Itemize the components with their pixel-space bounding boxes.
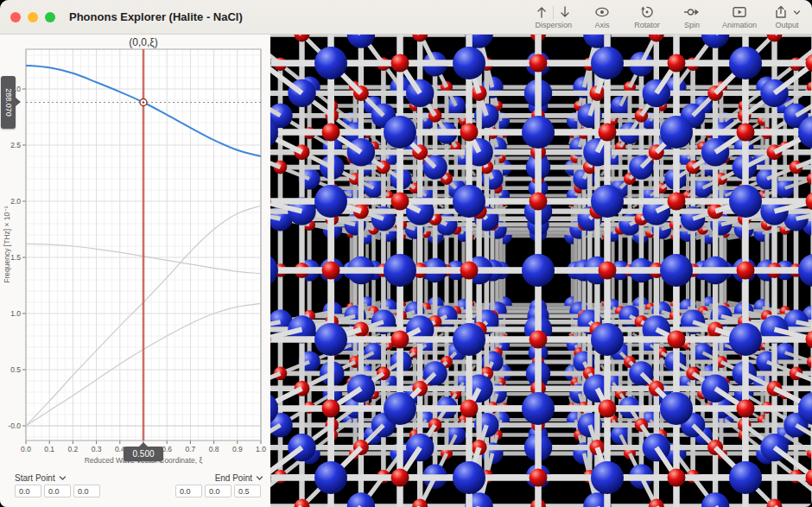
- y-axis-label: Frequency [THz] × 10⁻²: [3, 181, 13, 307]
- start-x-field[interactable]: [15, 485, 41, 497]
- wavevector-cursor-tooltip: 0.500: [124, 447, 163, 461]
- svg-text:0.3: 0.3: [92, 445, 102, 453]
- end-x-field[interactable]: [175, 485, 202, 497]
- toolbar-rotator-button[interactable]: Rotator: [632, 4, 662, 29]
- start-y-field[interactable]: [44, 485, 71, 497]
- toolbar-dispersion-button[interactable]: Dispersion: [535, 4, 572, 29]
- toolbar-rotator-label: Rotator: [634, 21, 660, 29]
- spin-axis-icon: [683, 5, 701, 19]
- traffic-lights: [10, 12, 55, 22]
- toolbar-animation-label: Animation: [722, 21, 757, 29]
- svg-text:0.7: 0.7: [185, 445, 195, 453]
- minimize-button[interactable]: [28, 12, 38, 22]
- share-icon: [774, 5, 788, 19]
- toolbar-output-label: Output: [775, 21, 798, 29]
- toolbar-dispersion-label: Dispersion: [535, 21, 572, 29]
- svg-text:-0.0: -0.0: [8, 421, 21, 430]
- end-z-field[interactable]: [234, 485, 261, 497]
- eye-icon: [593, 5, 611, 19]
- end-point-dropdown[interactable]: End Point: [215, 473, 263, 483]
- svg-text:1.0: 1.0: [256, 445, 266, 453]
- structure-viewport[interactable]: [270, 35, 812, 507]
- close-button[interactable]: [10, 12, 21, 22]
- dispersion-panel: 0.00.10.20.30.40.50.60.70.80.91.0-0.00.5…: [0, 35, 270, 507]
- toolbar-output-button[interactable]: Output: [772, 4, 802, 29]
- tooltip-pointer: [139, 442, 148, 447]
- chevron-down-icon: [793, 9, 801, 16]
- svg-text:0.9: 0.9: [232, 445, 243, 453]
- start-point-inputs: [15, 485, 100, 497]
- end-point-inputs: [175, 485, 261, 497]
- svg-text:0.0: 0.0: [21, 445, 31, 453]
- chevron-down-icon: [59, 474, 67, 482]
- toolbar-axis-button[interactable]: Axis: [587, 4, 617, 29]
- window-title: Phonons Explorer (Halite - NaCl): [69, 10, 243, 23]
- svg-text:1.0: 1.0: [10, 309, 21, 318]
- svg-text:0.6: 0.6: [162, 445, 172, 453]
- svg-text:2.5: 2.5: [10, 141, 21, 149]
- toolbar: Dispersion Axis: [535, 4, 802, 29]
- svg-text:0.8: 0.8: [209, 445, 219, 453]
- crystal-structure-render: [270, 35, 812, 507]
- arrow-up-icon: [536, 5, 548, 19]
- toolbar-divider: [553, 6, 554, 19]
- frequency-cursor-tooltip: 288.070: [1, 76, 16, 129]
- rotate-icon: [639, 5, 655, 19]
- end-point-label: End Point: [215, 473, 252, 483]
- arrow-down-icon: [559, 5, 571, 19]
- app-window: Phonons Explorer (Halite - NaCl) Dispers…: [0, 0, 812, 507]
- toolbar-spin-button[interactable]: Spin: [677, 4, 707, 29]
- start-point-label: Start Point: [15, 473, 55, 483]
- svg-text:0.5: 0.5: [10, 365, 21, 374]
- start-point-dropdown[interactable]: Start Point: [15, 473, 67, 483]
- chevron-down-icon: [256, 474, 263, 482]
- svg-text:0.2: 0.2: [67, 445, 78, 453]
- wavevector-cursor-value: 0.500: [132, 449, 154, 459]
- play-icon: [731, 5, 748, 19]
- toolbar-animation-button[interactable]: Animation: [722, 4, 757, 29]
- title-bar: Phonons Explorer (Halite - NaCl) Dispers…: [0, 0, 812, 35]
- toolbar-spin-label: Spin: [684, 21, 700, 29]
- start-z-field[interactable]: [73, 485, 100, 497]
- tooltip-pointer: [16, 98, 21, 106]
- frequency-cursor-value: 288.070: [1, 76, 16, 129]
- dispersion-chart[interactable]: 0.00.10.20.30.40.50.60.70.80.91.0-0.00.5…: [0, 35, 270, 471]
- chart-title: (0,0,ξ): [26, 36, 261, 48]
- zoom-button[interactable]: [45, 12, 55, 22]
- end-y-field[interactable]: [205, 485, 232, 497]
- svg-text:0.1: 0.1: [44, 445, 54, 453]
- toolbar-axis-label: Axis: [594, 21, 609, 29]
